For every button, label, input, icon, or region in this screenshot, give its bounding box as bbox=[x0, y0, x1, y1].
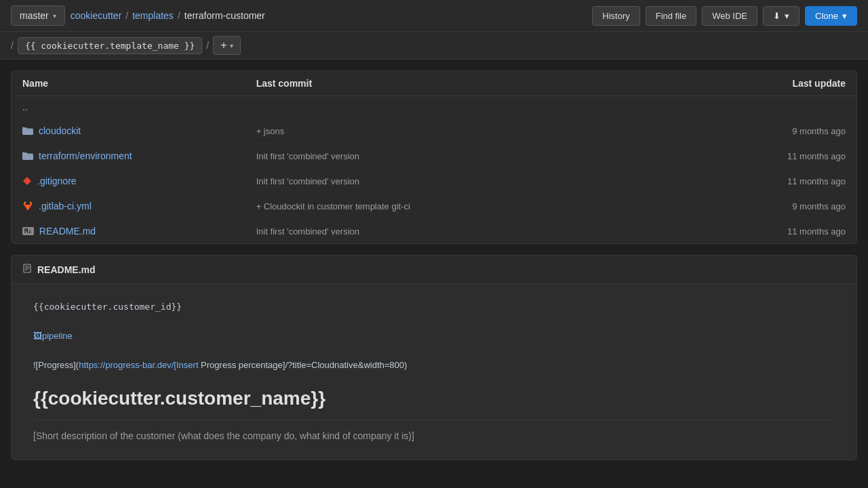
download-button[interactable]: ⬇ ▾ bbox=[763, 6, 800, 26]
gitignore-link[interactable]: .gitignore bbox=[37, 176, 77, 186]
template-tag: {{ cookiecutter.template_name }} bbox=[18, 37, 202, 54]
clone-button[interactable]: Clone ▾ bbox=[805, 6, 857, 26]
breadcrumb-templates[interactable]: templates bbox=[132, 10, 174, 21]
readme-content: {{cookiecutter.customer_id}} 🖼pipeline !… bbox=[12, 284, 856, 460]
top-bar: master ▾ cookiecutter / templates / terr… bbox=[0, 0, 868, 32]
gitlab-icon bbox=[22, 201, 33, 211]
table-row: .. bbox=[12, 96, 856, 119]
readme-file-icon bbox=[22, 264, 32, 275]
file-table: Name Last commit Last update .. cloudock… bbox=[11, 70, 857, 244]
commit-cell: + Cloudockit in customer template git-ci bbox=[256, 201, 724, 211]
breadcrumb-current: terraform-customer bbox=[184, 10, 265, 21]
file-name-cell: terraform/environment bbox=[22, 150, 256, 161]
branch-chevron: ▾ bbox=[53, 12, 56, 20]
sub-bar: / {{ cookiecutter.template_name }} / + ▾ bbox=[0, 32, 868, 60]
breadcrumb-cookiecutter[interactable]: cookiecutter bbox=[71, 10, 121, 21]
top-actions: History Find file Web IDE ⬇ ▾ Clone ▾ bbox=[592, 6, 857, 26]
add-icon: + bbox=[220, 39, 226, 52]
history-button[interactable]: History bbox=[592, 6, 639, 26]
download-icon: ⬇ bbox=[773, 11, 781, 21]
commit-cell: Init first 'combined' version bbox=[256, 176, 724, 186]
breadcrumb-sep-1: / bbox=[125, 10, 128, 21]
branch-selector[interactable]: master ▾ bbox=[11, 5, 65, 26]
sub-sep: / bbox=[11, 40, 14, 51]
commit-cell: Init first 'combined' version bbox=[256, 226, 724, 237]
update-cell: 11 months ago bbox=[724, 226, 846, 237]
file-name-cell: M↓ README.md bbox=[22, 226, 256, 237]
update-cell: 11 months ago bbox=[724, 176, 846, 186]
table-row: cloudockit + jsons 9 months ago bbox=[12, 119, 856, 144]
branch-name: master bbox=[20, 10, 49, 21]
breadcrumb: cookiecutter / templates / terraform-cus… bbox=[71, 10, 265, 21]
add-chevron: ▾ bbox=[230, 42, 233, 49]
table-row: .gitlab-ci.yml + Cloudockit in customer … bbox=[12, 194, 856, 219]
add-button[interactable]: + ▾ bbox=[213, 36, 240, 55]
terraform-link[interactable]: terraform/environment bbox=[39, 150, 132, 161]
table-row: M↓ README.md Init first 'combined' versi… bbox=[12, 219, 856, 243]
clone-chevron: ▾ bbox=[842, 11, 847, 21]
find-file-button[interactable]: Find file bbox=[646, 6, 697, 26]
readme-description: [Short description of the customer (what… bbox=[33, 428, 835, 443]
gitignore-icon bbox=[22, 176, 32, 186]
update-cell: 9 months ago bbox=[724, 126, 846, 136]
cloudockit-link[interactable]: cloudockit bbox=[39, 125, 81, 136]
table-row: terraform/environment Init first 'combin… bbox=[12, 144, 856, 169]
download-chevron: ▾ bbox=[785, 11, 789, 21]
pipeline-img-text: 🖼pipeline bbox=[33, 331, 73, 341]
update-cell: 11 months ago bbox=[724, 151, 846, 161]
sub-sep2: / bbox=[206, 40, 209, 51]
pipeline-img-line: 🖼pipeline bbox=[33, 329, 835, 344]
table-header: Name Last commit Last update bbox=[12, 71, 856, 96]
svg-marker-0 bbox=[23, 177, 31, 185]
col-update: Last update bbox=[724, 78, 846, 89]
progress-link[interactable]: https://progress-bar.dev/[Insert bbox=[79, 360, 198, 370]
commit-cell: + jsons bbox=[256, 126, 724, 136]
file-name-cell: cloudockit bbox=[22, 125, 256, 136]
table-row: .gitignore Init first 'combined' version… bbox=[12, 169, 856, 194]
col-commit: Last commit bbox=[256, 78, 724, 89]
file-name-cell: .gitlab-ci.yml bbox=[22, 201, 256, 211]
parent-link[interactable]: .. bbox=[22, 102, 28, 113]
web-ide-button[interactable]: Web IDE bbox=[702, 6, 757, 26]
readme-title: README.md bbox=[37, 264, 96, 275]
markdown-icon: M↓ bbox=[22, 227, 34, 235]
file-name-cell: .. bbox=[22, 102, 256, 113]
file-name-cell: .gitignore bbox=[22, 176, 256, 186]
folder-icon bbox=[22, 125, 33, 136]
col-name: Name bbox=[22, 78, 256, 89]
readme-heading: {{cookiecutter.customer_name}} bbox=[33, 384, 835, 420]
update-cell: 9 months ago bbox=[724, 201, 846, 211]
customer-id-var: {{cookiecutter.customer_id}} bbox=[33, 300, 835, 314]
breadcrumb-sep-2: / bbox=[178, 10, 180, 21]
readme-header: README.md bbox=[12, 256, 856, 284]
readme-link[interactable]: README.md bbox=[39, 226, 96, 237]
folder-icon bbox=[22, 150, 33, 161]
progress-line: ![Progress](https://progress-bar.dev/[In… bbox=[33, 359, 835, 373]
main-content: Name Last commit Last update .. cloudock… bbox=[0, 60, 868, 471]
gitlab-ci-link[interactable]: .gitlab-ci.yml bbox=[39, 201, 92, 211]
commit-cell: Init first 'combined' version bbox=[256, 151, 724, 161]
readme-section: README.md {{cookiecutter.customer_id}} 🖼… bbox=[11, 255, 857, 460]
